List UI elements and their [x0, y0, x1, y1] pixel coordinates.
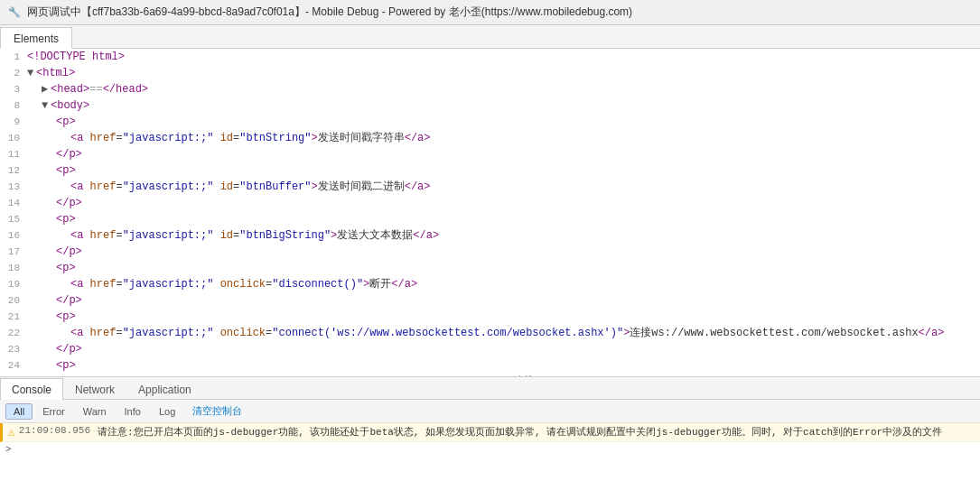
- clear-console-button[interactable]: 清空控制台: [185, 402, 249, 420]
- console-filter-bar: All Error Warn Info Log 清空控制台: [0, 400, 980, 423]
- code-line: 19 <a href="javascript:;" onclick="disco…: [0, 276, 980, 292]
- code-line: 23 </p>: [0, 341, 980, 357]
- toggle-icon[interactable]: ▼: [27, 65, 36, 81]
- console-prompt-row: >: [0, 442, 980, 457]
- console-output[interactable]: ⚠ 21:09:08.956 请注意:您已开启本页面的js-debugger功能…: [0, 423, 980, 490]
- code-line: 2 ▼ <html>: [0, 65, 980, 81]
- warning-icon: ⚠: [8, 425, 15, 439]
- code-area[interactable]: 1 <!DOCTYPE html> 2 ▼ <html> 3 ▶ <head>=…: [0, 49, 980, 376]
- code-line: 17 </p>: [0, 244, 980, 260]
- console-message-text: 请注意:您已开启本页面的js-debugger功能, 该功能还处于beta状态,…: [98, 425, 975, 439]
- code-line: 21 <p>: [0, 309, 980, 325]
- code-line: 16 <a href="javascript:;" id="btnBigStri…: [0, 227, 980, 244]
- toggle-icon[interactable]: ▼: [42, 97, 51, 114]
- filter-all-button[interactable]: All: [5, 403, 33, 420]
- code-line: 20 </p>: [0, 292, 980, 309]
- code-line: 15 <p>: [0, 211, 980, 227]
- code-line: 18 <p>: [0, 260, 980, 276]
- title-bar: 🔧 网页调试中【cff7ba33b-6a69-4a99-bbcd-8a9ad7c…: [0, 0, 980, 25]
- tab-elements[interactable]: Elements: [0, 27, 72, 49]
- bottom-tab-bar: Console Network Application: [0, 376, 980, 400]
- filter-info-button[interactable]: Info: [117, 403, 149, 420]
- code-line: 8 ▼ <body>: [0, 97, 980, 114]
- code-line: 11 </p>: [0, 146, 980, 162]
- console-prompt-icon: >: [5, 444, 12, 455]
- code-line: 22 <a href="javascript:;" onclick="conne…: [0, 325, 980, 341]
- filter-error-button[interactable]: Error: [34, 403, 72, 420]
- title-bar-icon: 🔧: [7, 5, 22, 20]
- filter-log-button[interactable]: Log: [151, 403, 183, 420]
- tab-application[interactable]: Application: [126, 378, 203, 400]
- code-line: 1 <!DOCTYPE html>: [0, 49, 980, 65]
- top-tab-bar: Elements: [0, 25, 980, 49]
- console-timestamp: 21:09:08.956: [19, 425, 90, 436]
- code-line: 3 ▶ <head>==</head>: [0, 81, 980, 97]
- code-line: 12 <p>: [0, 162, 980, 179]
- code-line: 24 <p>: [0, 357, 980, 374]
- code-line: 14 </p>: [0, 195, 980, 211]
- title-bar-text: 网页调试中【cff7ba33b-6a69-4a99-bbcd-8a9ad7c0f…: [27, 5, 632, 20]
- tab-network[interactable]: Network: [63, 378, 126, 400]
- toggle-icon[interactable]: ▶: [42, 81, 51, 97]
- code-line: 13 <a href="javascript:;" id="btnBuffer"…: [0, 179, 980, 195]
- console-message-row: ⚠ 21:09:08.956 请注意:您已开启本页面的js-debugger功能…: [0, 423, 980, 442]
- code-line: 10 <a href="javascript:;" id="btnString"…: [0, 130, 980, 146]
- code-line: 9 <p>: [0, 114, 980, 130]
- tab-console[interactable]: Console: [0, 378, 63, 400]
- filter-warn-button[interactable]: Warn: [75, 403, 115, 420]
